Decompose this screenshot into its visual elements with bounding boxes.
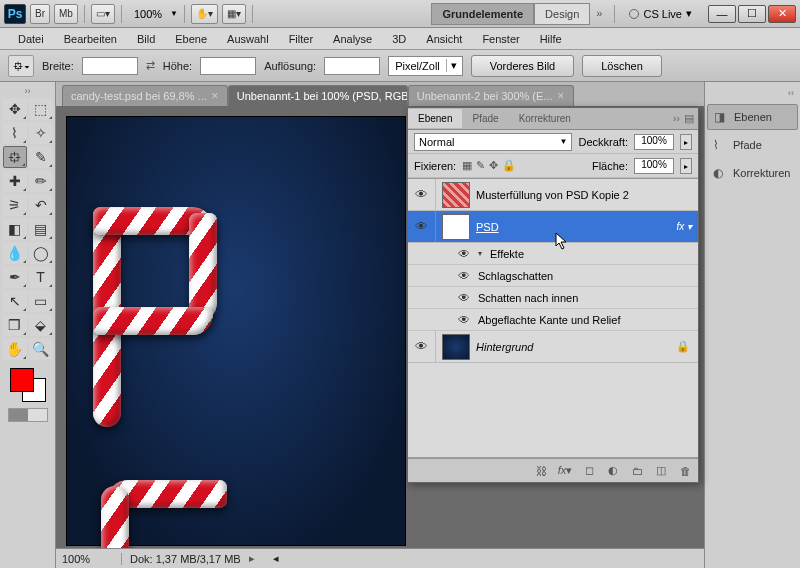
workspace-tab-design[interactable]: Design (534, 3, 590, 25)
layer-fx-icon[interactable]: fx▾ (556, 464, 574, 477)
canvas[interactable] (66, 116, 406, 546)
blur-tool[interactable]: 💧 (3, 242, 27, 264)
effects-header[interactable]: 👁▾Effekte (408, 243, 698, 265)
menu-bild[interactable]: Bild (127, 30, 165, 48)
doc-tab-0[interactable]: candy-test.psd bei 69,8% ...✕ (62, 85, 228, 106)
lock-transparent-icon[interactable]: ▦ (462, 159, 472, 172)
menu-fenster[interactable]: Fenster (472, 30, 529, 48)
visibility-icon[interactable]: 👁 (408, 331, 436, 362)
hand-tool[interactable]: ✋ (3, 338, 27, 360)
panel-tab-korrekturen[interactable]: Korrekturen (509, 109, 581, 128)
panel-tab-pfade[interactable]: Pfade (462, 109, 508, 128)
height-input[interactable] (200, 57, 256, 75)
arrange-shortcut[interactable]: ▦▾ (222, 4, 246, 24)
status-zoom[interactable]: 100% (62, 553, 122, 565)
eraser-tool[interactable]: ◧ (3, 218, 27, 240)
fill-flyout[interactable]: ▸ (680, 158, 692, 174)
blend-mode-dropdown[interactable]: Normal▼ (414, 133, 572, 151)
lock-position-icon[interactable]: ✥ (489, 159, 498, 172)
opacity-flyout[interactable]: ▸ (680, 134, 692, 150)
delete-layer-icon[interactable]: 🗑 (676, 465, 694, 477)
layer-row-pattern[interactable]: 👁 Musterfüllung von PSD Kopie 2 (408, 179, 698, 211)
layer-row-background[interactable]: 👁 Hintergrund 🔒 (408, 331, 698, 363)
layer-group-icon[interactable]: 🗀 (628, 465, 646, 477)
panel-shortcut-pfade[interactable]: ⌇Pfade (707, 132, 798, 158)
status-menu-arrow[interactable]: ▸ (249, 552, 255, 565)
effect-row-2[interactable]: 👁Abgeflachte Kante und Relief (408, 309, 698, 331)
layers-panel[interactable]: Ebenen Pfade Korrekturen ››▤ Normal▼ Dec… (407, 107, 699, 483)
lasso-tool[interactable]: ⌇ (3, 122, 27, 144)
history-brush-tool[interactable]: ↶ (29, 194, 53, 216)
screen-mode-button[interactable]: ▭▾ (91, 4, 115, 24)
menu-auswahl[interactable]: Auswahl (217, 30, 279, 48)
pen-tool[interactable]: ✒ (3, 266, 27, 288)
width-input[interactable] (82, 57, 138, 75)
panel-menu-icon[interactable]: ▤ (684, 112, 694, 125)
eyedropper-tool[interactable]: ✎ (29, 146, 53, 168)
fill-input[interactable]: 100% (634, 158, 674, 174)
wand-tool[interactable]: ✧ (29, 122, 53, 144)
dodge-tool[interactable]: ◯ (29, 242, 53, 264)
3d-tool[interactable]: ❒ (3, 314, 27, 336)
doc-tab-1[interactable]: Unbenannt-1 bei 100% (PSD, RGB/8) *✕ (228, 85, 408, 106)
visibility-icon[interactable]: 👁 (408, 179, 436, 210)
opacity-input[interactable]: 100% (634, 134, 674, 150)
menu-filter[interactable]: Filter (279, 30, 323, 48)
fx-badge[interactable]: fx ▾ (676, 221, 692, 232)
marquee-tool[interactable]: ⬚ (29, 98, 53, 120)
menu-ansicht[interactable]: Ansicht (416, 30, 472, 48)
close-icon[interactable]: ✕ (211, 91, 219, 101)
brush-tool[interactable]: ✏ (29, 170, 53, 192)
menu-analyse[interactable]: Analyse (323, 30, 382, 48)
front-image-button[interactable]: Vorderes Bild (471, 55, 574, 77)
type-tool[interactable]: T (29, 266, 53, 288)
dock-collapse[interactable]: ‹‹ (707, 88, 798, 102)
workspace-more[interactable]: » (590, 3, 608, 25)
menu-3d[interactable]: 3D (382, 30, 416, 48)
panel-shortcut-ebenen[interactable]: ◨Ebenen (707, 104, 798, 130)
layer-row-psd[interactable]: 👁 T PSD fx ▾ (408, 211, 698, 243)
adjustment-layer-icon[interactable]: ◐ (604, 464, 622, 477)
doc-tab-2[interactable]: Unbenannt-2 bei 300% (E...✕ (408, 85, 574, 106)
crop-tool-icon[interactable]: ⯐▾ (8, 55, 34, 77)
toolbox-collapse[interactable]: ›› (19, 86, 37, 96)
panel-collapse-icon[interactable]: ›› (673, 112, 680, 125)
gradient-tool[interactable]: ▤ (29, 218, 53, 240)
lock-all-icon[interactable]: 🔒 (502, 159, 516, 172)
bridge-button[interactable]: Br (30, 4, 50, 24)
menu-ebene[interactable]: Ebene (165, 30, 217, 48)
layer-mask-icon[interactable]: ◻ (580, 464, 598, 477)
quickmask-toggle[interactable] (8, 408, 48, 422)
clear-button[interactable]: Löschen (582, 55, 662, 77)
panel-tab-ebenen[interactable]: Ebenen (408, 109, 462, 128)
panel-shortcut-korrekturen[interactable]: ◐Korrekturen (707, 160, 798, 186)
window-minimize[interactable]: — (708, 5, 736, 23)
menu-bearbeiten[interactable]: Bearbeiten (54, 30, 127, 48)
zoom-value[interactable]: 100% (128, 8, 168, 20)
path-select-tool[interactable]: ↖ (3, 290, 27, 312)
window-close[interactable]: ✕ (768, 5, 796, 23)
layer-thumb[interactable] (442, 182, 470, 208)
menu-hilfe[interactable]: Hilfe (530, 30, 572, 48)
resolution-input[interactable] (324, 57, 380, 75)
cslive-button[interactable]: CS Live ▾ (621, 3, 700, 24)
3d-camera-tool[interactable]: ⬙ (29, 314, 53, 336)
minibridge-button[interactable]: Mb (54, 4, 78, 24)
new-layer-icon[interactable]: ◫ (652, 464, 670, 477)
effect-row-0[interactable]: 👁Schlagschatten (408, 265, 698, 287)
move-tool[interactable]: ✥ (3, 98, 27, 120)
shape-tool[interactable]: ▭ (29, 290, 53, 312)
crop-tool[interactable]: ⯐ (3, 146, 27, 168)
foreground-color[interactable] (10, 368, 34, 392)
layer-thumb[interactable] (442, 334, 470, 360)
heal-tool[interactable]: ✚ (3, 170, 27, 192)
resolution-unit-dropdown[interactable]: Pixel/Zoll▾ (388, 56, 463, 76)
menu-datei[interactable]: Datei (8, 30, 54, 48)
zoom-tool[interactable]: 🔍 (29, 338, 53, 360)
visibility-icon[interactable]: 👁 (408, 211, 436, 242)
workspace-tab-essentials[interactable]: Grundelemente (431, 3, 534, 25)
link-layers-icon[interactable]: ⛓ (532, 465, 550, 477)
layer-thumb-text[interactable]: T (442, 214, 470, 240)
hand-shortcut[interactable]: ✋▾ (191, 4, 218, 24)
lock-pixels-icon[interactable]: ✎ (476, 159, 485, 172)
